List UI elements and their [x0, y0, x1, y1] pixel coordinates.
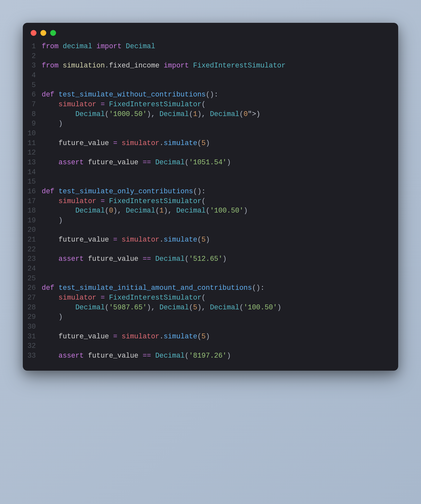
- line-number: 27: [27, 293, 42, 303]
- line-number: 10: [27, 129, 42, 139]
- code-line: 19 ): [27, 216, 390, 226]
- code-line: 11 future_value = simulator.simulate(5): [27, 139, 390, 148]
- line-number: 11: [27, 139, 42, 148]
- line-number: 28: [27, 303, 42, 313]
- line-number: 17: [27, 197, 42, 206]
- line-number: 4: [27, 71, 42, 81]
- code-content: from simulation.fixed_income import Fixe…: [42, 61, 285, 71]
- line-number: 9: [27, 119, 42, 129]
- line-number: 23: [27, 254, 42, 264]
- line-number: 12: [27, 148, 42, 158]
- line-number: 16: [27, 187, 42, 197]
- code-line: 17 simulator = FixedInterestSimulator(: [27, 197, 390, 206]
- line-number: 8: [27, 110, 42, 119]
- code-line: 26 def test_simulate_initial_amount_and_…: [27, 283, 390, 293]
- line-number: 31: [27, 332, 42, 342]
- code-line: 7 simulator = FixedInterestSimulator(: [27, 100, 390, 110]
- code-line: 18 Decimal(0), Decimal(1), Decimal('100.…: [27, 206, 390, 216]
- code-line: 27 simulator = FixedInterestSimulator(: [27, 293, 390, 303]
- line-number: 7: [27, 100, 42, 110]
- code-line: 5: [27, 81, 390, 90]
- code-window: 1 from decimal import Decimal 2 3 from s…: [23, 23, 398, 371]
- line-number: 15: [27, 177, 42, 187]
- line-number: 33: [27, 351, 42, 361]
- code-content: from decimal import Decimal: [42, 42, 155, 52]
- code-line: 3 from simulation.fixed_income import Fi…: [27, 61, 390, 71]
- line-number: 5: [27, 81, 42, 90]
- close-icon[interactable]: [31, 30, 36, 36]
- code-line: 20: [27, 225, 390, 235]
- code-line: 22: [27, 245, 390, 255]
- code-line: 4: [27, 71, 390, 81]
- line-number: 18: [27, 206, 42, 216]
- line-number: 26: [27, 283, 42, 293]
- code-line: 10: [27, 129, 390, 139]
- code-line: 24: [27, 264, 390, 274]
- title-bar: [23, 23, 398, 40]
- line-number: 19: [27, 216, 42, 226]
- code-line: 32: [27, 341, 390, 351]
- code-line: 25: [27, 274, 390, 284]
- code-line: 23 assert future_value == Decimal('512.6…: [27, 254, 390, 264]
- code-line: 16 def test_simulate_only_contributions(…: [27, 187, 390, 197]
- code-line: 29 ): [27, 312, 390, 322]
- code-line: 12: [27, 148, 390, 158]
- code-line: 1 from decimal import Decimal: [27, 42, 390, 52]
- code-line: 15: [27, 177, 390, 187]
- line-number: 2: [27, 52, 42, 61]
- minimize-icon[interactable]: [40, 30, 46, 36]
- line-number: 21: [27, 235, 42, 245]
- line-number: 6: [27, 90, 42, 100]
- code-line: 30: [27, 322, 390, 332]
- code-line: 6 def test_simulate_without_contribution…: [27, 90, 390, 100]
- line-number: 24: [27, 264, 42, 274]
- line-number: 20: [27, 225, 42, 235]
- line-number: 22: [27, 245, 42, 255]
- line-number: 1: [27, 42, 42, 52]
- code-line: 9 ): [27, 119, 390, 129]
- code-line: 2: [27, 52, 390, 61]
- line-number: 25: [27, 274, 42, 284]
- line-number: 30: [27, 322, 42, 332]
- code-editor[interactable]: 1 from decimal import Decimal 2 3 from s…: [23, 40, 398, 361]
- line-number: 32: [27, 341, 42, 351]
- maximize-icon[interactable]: [50, 30, 56, 36]
- line-number: 3: [27, 61, 42, 71]
- line-number: 29: [27, 312, 42, 322]
- code-line: 28 Decimal('5987.65'), Decimal(5), Decim…: [27, 303, 390, 313]
- line-number: 14: [27, 168, 42, 177]
- code-line: 31 future_value = simulator.simulate(5): [27, 332, 390, 342]
- code-line: 33 assert future_value == Decimal('8197.…: [27, 351, 390, 361]
- line-number: 13: [27, 158, 42, 168]
- code-line: 13 assert future_value == Decimal('1051.…: [27, 158, 390, 168]
- code-line: 14: [27, 168, 390, 177]
- code-line: 8 Decimal('1000.50'), Decimal(1), Decima…: [27, 110, 390, 119]
- code-line: 21 future_value = simulator.simulate(5): [27, 235, 390, 245]
